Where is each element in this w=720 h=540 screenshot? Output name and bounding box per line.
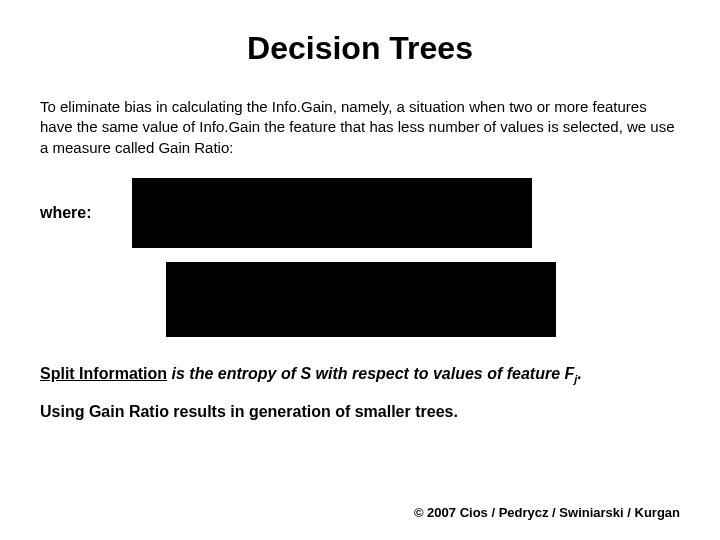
split-info-term: Split Information xyxy=(40,365,167,382)
split-information-definition: Split Information is the entropy of S wi… xyxy=(40,365,680,385)
where-row: where: xyxy=(40,178,680,248)
page-title: Decision Trees xyxy=(40,30,680,67)
intro-paragraph: To eliminate bias in calculating the Inf… xyxy=(40,97,680,158)
closing-statement: Using Gain Ratio results in generation o… xyxy=(40,403,680,421)
defn-end: . xyxy=(577,365,581,382)
where-label: where: xyxy=(40,204,92,222)
slide: Decision Trees To eliminate bias in calc… xyxy=(0,0,720,540)
equation-box-2 xyxy=(166,262,556,337)
equation-box-1 xyxy=(132,178,532,248)
copyright: © 2007 Cios / Pedrycz / Swiniarski / Kur… xyxy=(414,505,680,520)
defn-text: is the entropy of S with respect to valu… xyxy=(167,365,574,382)
